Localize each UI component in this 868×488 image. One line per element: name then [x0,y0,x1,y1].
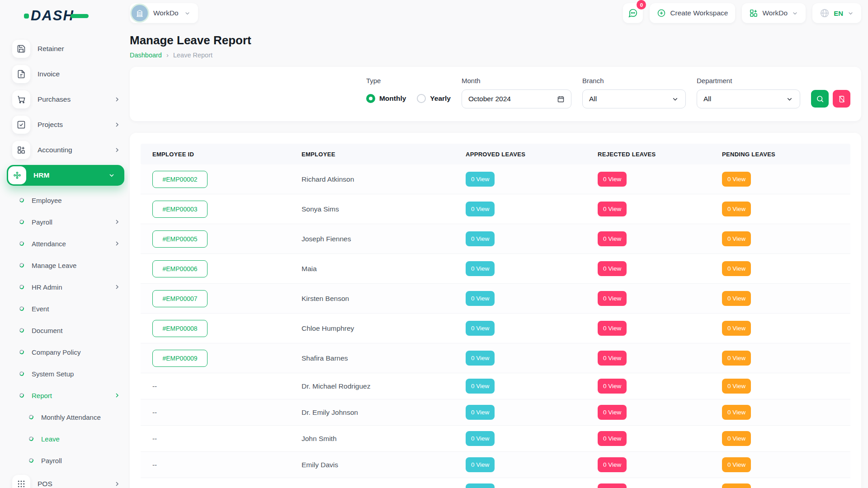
pending-leaves-badge[interactable]: 0 View [722,202,751,216]
page-title: Manage Leave Report [130,33,861,47]
rejected-leaves-badge[interactable]: 0 View [598,291,627,306]
approved-leaves-badge[interactable]: 0 View [466,457,495,472]
approved-leaves-badge[interactable]: 0 View [466,351,495,366]
rejected-leaves-badge[interactable]: 0 View [598,231,627,246]
topbar: WorkDo 0 Create Workspace [130,0,861,26]
create-workspace-button[interactable]: Create Workspace [650,3,735,23]
workspace-label: WorkDo [153,9,179,17]
pending-leaves-badge[interactable]: 0 View [722,379,751,394]
pending-leaves-badge[interactable]: 0 View [722,431,751,446]
pending-leaves-badge[interactable]: 0 View [722,351,751,366]
rejected-leaves-badge[interactable]: 0 View [598,431,627,446]
pending-leaves-badge[interactable]: 0 View [722,291,751,306]
bullet-icon [19,241,24,246]
rejected-leaves-badge[interactable]: 0 View [598,351,627,366]
rejected-leaves-badge[interactable]: 0 View [598,172,627,187]
rejected-leaves-badge[interactable]: 0 View [598,261,627,276]
employee-id-chip[interactable]: #EMP00007 [152,290,208,307]
sidebar-item-accounting[interactable]: Accounting [12,137,121,163]
employee-id-chip[interactable]: #EMP00008 [152,320,208,337]
rejected-leaves-badge[interactable]: 0 View [598,202,627,216]
main-area: WorkDo 0 Create Workspace [128,0,868,488]
globe-icon [820,8,830,18]
sidebar-item-label: HR Admin [32,283,62,291]
approved-leaves-badge[interactable]: 0 View [466,405,495,420]
chevron-right-icon [113,218,121,225]
sidebar-item-payroll[interactable]: Payroll [12,211,121,233]
search-button[interactable] [811,90,829,108]
sidebar-item-pos[interactable]: POS [12,471,121,488]
approved-leaves-badge[interactable]: 0 View [466,261,495,276]
sidebar-item-label: Payroll [32,218,52,226]
chevron-down-icon [786,95,793,103]
sidebar-item-system-setup[interactable]: System Setup [12,363,121,385]
sidebar-item-document[interactable]: Document [12,319,121,341]
sidebar-item-monthly-attendance[interactable]: Monthly Attendance [12,406,121,428]
invoice-icon [12,65,30,83]
workspace-pill[interactable]: WorkDo [130,3,198,23]
language-selector[interactable]: EN [812,3,861,23]
radio-monthly[interactable]: Monthly [366,94,406,103]
pending-leaves-badge[interactable]: 0 View [722,483,751,488]
table-row: --Emily Davis0 View0 View0 View [141,452,850,478]
employee-id-chip[interactable]: #EMP00006 [152,260,208,277]
pending-leaves-badge[interactable]: 0 View [722,231,751,246]
sidebar-item-purchases[interactable]: Purchases [12,87,121,112]
pending-leaves-badge[interactable]: 0 View [722,405,751,420]
sidebar-item-employee[interactable]: Employee [12,189,121,211]
approved-leaves-badge[interactable]: 0 View [466,231,495,246]
sidebar-item-label: Retainer [38,45,64,53]
col-employee: EMPLOYEE [302,151,466,158]
sidebar-item-payroll[interactable]: Payroll [12,450,121,471]
sidebar-item-invoice[interactable]: Invoice [12,61,121,87]
month-input[interactable]: October 2024 [462,89,571,108]
dash-logo[interactable]: DASH [12,5,121,26]
rejected-leaves-badge[interactable]: 0 View [598,457,627,472]
pending-leaves-badge[interactable]: 0 View [722,321,751,336]
approved-leaves-badge[interactable]: 0 View [466,379,495,394]
approved-leaves-badge[interactable]: 0 View [466,291,495,306]
pending-leaves-badge[interactable]: 0 View [722,261,751,276]
sidebar-item-company-policy[interactable]: Company Policy [12,341,121,363]
bullet-icon [19,306,24,311]
chevron-right-icon [113,146,121,154]
breadcrumb-current: Leave Report [173,52,212,59]
sidebar-item-event[interactable]: Event [12,298,121,319]
sidebar-item-retainer[interactable]: Retainer [12,36,121,61]
sidebar-item-projects[interactable]: Projects [12,112,121,137]
chevron-down-icon [108,172,115,179]
pending-leaves-badge[interactable]: 0 View [722,457,751,472]
employee-id-chip[interactable]: #EMP00009 [152,350,208,367]
rejected-leaves-badge[interactable]: 0 View [598,321,627,336]
table-row: --Dr. Michael Rodriguez0 View0 View0 Vie… [141,373,850,399]
breadcrumb-home-link[interactable]: Dashboard [130,52,162,59]
approved-leaves-badge[interactable]: 0 View [466,483,495,488]
sidebar-item-hr-admin[interactable]: HR Admin [12,276,121,298]
sidebar-item-attendance[interactable]: Attendance [12,233,121,254]
employee-id-chip[interactable]: #EMP00005 [152,230,208,248]
radio-yearly[interactable]: Yearly [417,94,451,103]
approved-leaves-badge[interactable]: 0 View [466,321,495,336]
sidebar-item-manage-leave[interactable]: Manage Leave [12,254,121,276]
workspace-switcher[interactable]: WorkDo [742,3,806,23]
branch-select[interactable]: All [582,89,686,108]
check-square-icon [12,116,30,134]
pending-leaves-badge[interactable]: 0 View [722,172,751,187]
sidebar-item-leave[interactable]: Leave [12,428,121,450]
rejected-leaves-badge[interactable]: 0 View [598,405,627,420]
messages-button[interactable]: 0 [623,3,643,23]
rejected-leaves-badge[interactable]: 0 View [598,483,627,488]
department-select[interactable]: All [697,89,800,108]
employee-id-chip[interactable]: #EMP00002 [152,171,208,188]
sidebar: DASH RetainerInvoicePurchasesProjectsAcc… [0,0,128,488]
sidebar-item-label: HRM [33,171,49,179]
rejected-leaves-badge[interactable]: 0 View [598,379,627,394]
reset-button[interactable] [833,90,850,108]
approved-leaves-badge[interactable]: 0 View [466,431,495,446]
sidebar-item-hrm[interactable]: HRM [7,165,124,186]
sidebar-item-report[interactable]: Report [12,385,121,406]
employee-id-chip[interactable]: #EMP00003 [152,201,208,218]
approved-leaves-badge[interactable]: 0 View [466,202,495,216]
bullet-icon [19,393,24,398]
approved-leaves-badge[interactable]: 0 View [466,172,495,187]
